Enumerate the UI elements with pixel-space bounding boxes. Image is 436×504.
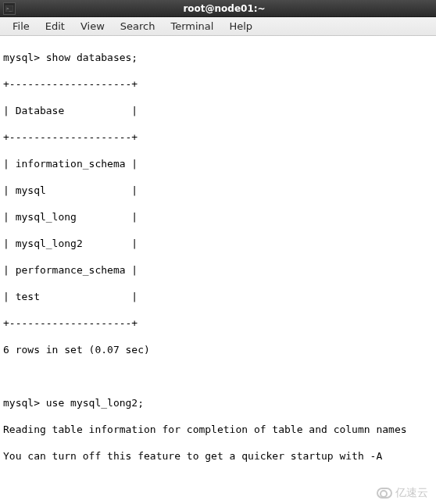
menu-terminal[interactable]: Terminal [163, 19, 221, 34]
window-title: root@node01:~ [16, 3, 433, 14]
terminal-line: | mysql_long2 | [3, 238, 138, 249]
window-titlebar: >_ root@node01:~ [0, 0, 436, 17]
terminal-line: | test | [3, 291, 138, 302]
watermark-logo-icon [377, 488, 392, 499]
terminal-line: +--------------------+ [3, 131, 138, 143]
terminal-line: mysql> show databases; [3, 52, 138, 63]
menu-file[interactable]: File [5, 19, 38, 34]
terminal-line: | information_schema | [3, 158, 138, 170]
terminal-line: Reading table information for completion… [3, 424, 407, 435]
menubar: File Edit View Search Terminal Help [0, 17, 436, 36]
terminal-line: 6 rows in set (0.07 sec) [3, 344, 150, 356]
menu-view[interactable]: View [73, 19, 113, 34]
terminal-line: | mysql_long | [3, 211, 138, 223]
svg-text:>_: >_ [6, 5, 13, 12]
terminal-line: | performance_schema | [3, 264, 138, 276]
terminal-icon: >_ [3, 2, 16, 15]
terminal-line: +--------------------+ [3, 317, 138, 329]
watermark: 亿速云 [377, 486, 428, 499]
terminal-line: | mysql | [3, 184, 138, 196]
watermark-text: 亿速云 [395, 486, 428, 499]
menu-help[interactable]: Help [221, 19, 260, 34]
terminal-line: | Database | [3, 105, 138, 116]
terminal-output[interactable]: mysql> show databases; +----------------… [0, 36, 436, 504]
menu-edit[interactable]: Edit [38, 19, 73, 34]
terminal-line: You can turn off this feature to get a q… [3, 450, 382, 462]
menu-search[interactable]: Search [113, 19, 163, 34]
terminal-line: +--------------------+ [3, 78, 138, 90]
terminal-line: mysql> use mysql_long2; [3, 397, 144, 409]
